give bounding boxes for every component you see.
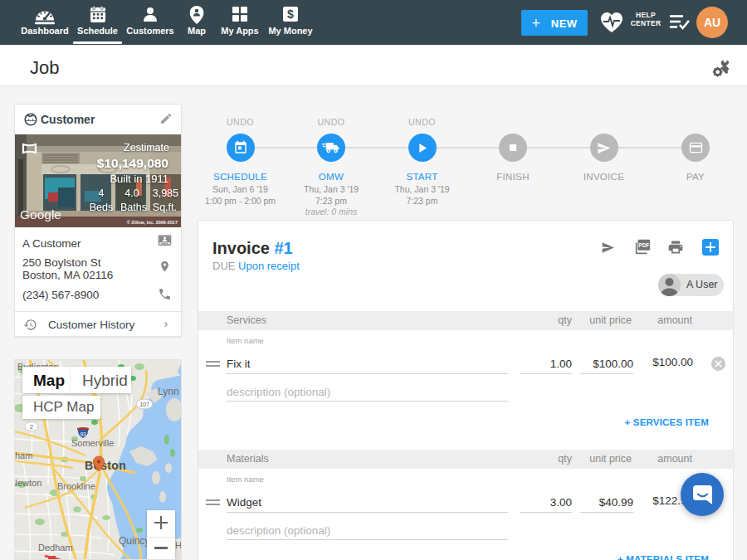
svg-text:Boston: Boston: [85, 459, 126, 472]
svg-text:Built in 1911: Built in 1911: [110, 173, 168, 185]
svg-text:Sq.ft.: Sq.ft.: [153, 202, 177, 213]
svg-text:Zestimate: Zestimate: [124, 142, 169, 153]
svg-text:Lynn: Lynn: [158, 386, 179, 397]
svg-text:Google: Google: [20, 207, 61, 222]
svg-text:Beds: Beds: [90, 202, 114, 213]
svg-text:ham: ham: [15, 450, 32, 460]
svg-text:Brookline: Brookline: [57, 481, 95, 491]
svg-text:Dedham: Dedham: [38, 543, 73, 553]
svg-text:Newton: Newton: [15, 478, 42, 488]
svg-text:4: 4: [99, 187, 105, 199]
svg-text:107: 107: [139, 402, 149, 407]
svg-text:93: 93: [80, 431, 86, 437]
svg-text:Hi: Hi: [175, 540, 182, 550]
svg-text:© Zillow, Inc. 2006-2017: © Zillow, Inc. 2006-2017: [127, 220, 178, 225]
svg-text:4.0: 4.0: [124, 187, 139, 199]
svg-text:PDF: PDF: [638, 242, 649, 248]
svg-text:2: 2: [30, 424, 33, 430]
svg-text:3,985: 3,985: [153, 187, 178, 199]
svg-text:Baths: Baths: [120, 202, 147, 213]
svg-text:Somerville: Somerville: [71, 438, 114, 448]
svg-text:Quincy: Quincy: [119, 535, 149, 547]
svg-text:$10,149,080: $10,149,080: [97, 156, 168, 170]
svg-text:$: $: [287, 7, 294, 21]
